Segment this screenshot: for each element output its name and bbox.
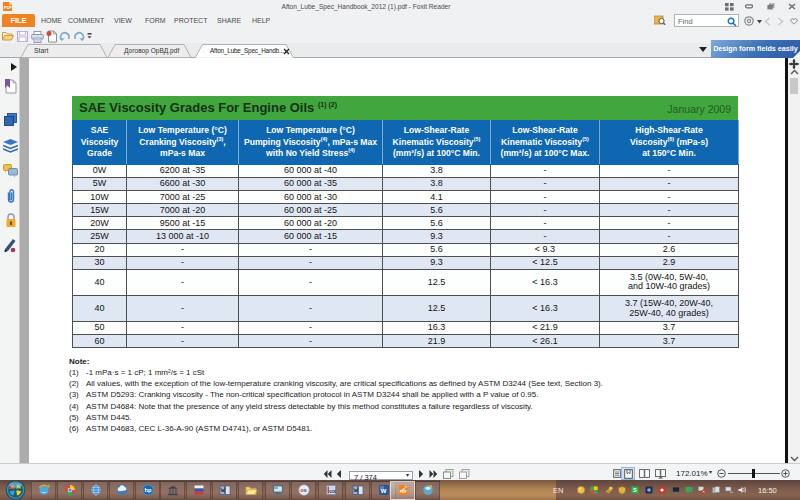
svg-text:S: S <box>633 487 637 493</box>
svg-text:hp: hp <box>144 487 152 493</box>
svg-text:ux: ux <box>329 488 337 494</box>
svg-text:PDF: PDF <box>399 490 406 494</box>
svg-text:s: s <box>304 487 307 493</box>
svg-text:w: w <box>380 486 387 495</box>
